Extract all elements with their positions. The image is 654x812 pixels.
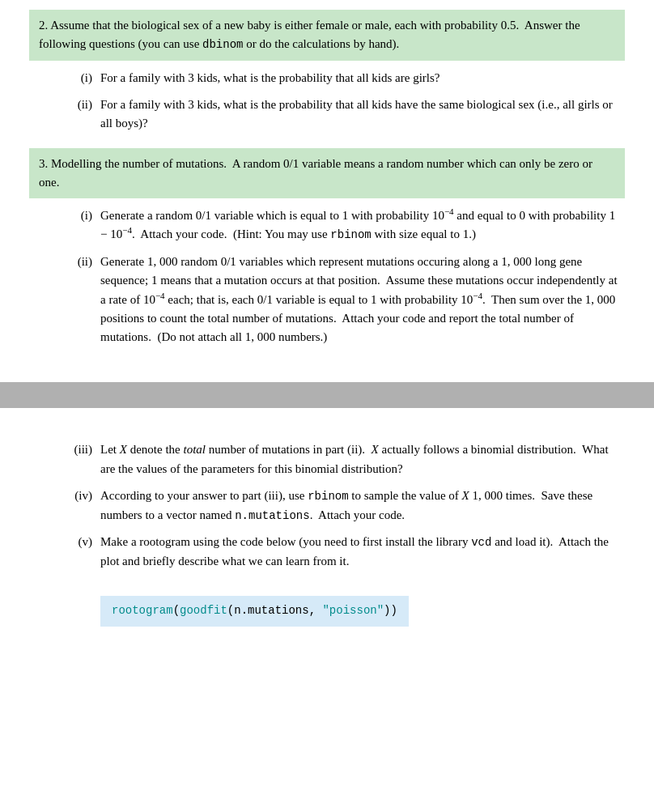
total-em: total [183, 443, 206, 456]
rootogram-code-block: rootogram(goodfit(n.mutations, "poisson"… [100, 596, 409, 627]
question-2-number: 2. [39, 19, 48, 32]
divider-bar [0, 382, 654, 408]
content-3iii: Let X denote the total number of mutatio… [100, 440, 625, 478]
rbinom-code-2: rbinom [308, 490, 348, 503]
bottom-section: (iii) Let X denote the total number of m… [0, 408, 654, 651]
content-2ii: For a family with 3 kids, what is the pr… [100, 96, 625, 134]
content-3iv: According to your answer to part (iii), … [100, 487, 625, 525]
question-3-number: 3. [39, 157, 48, 170]
sup-neg4-1: −4 [444, 206, 454, 216]
page-container: 2. Assume that the biological sex of a n… [0, 0, 654, 812]
question-3-header: 3. Modelling the number of mutations. A … [29, 148, 625, 199]
question-3v: (v) Make a rootogram using the code belo… [68, 533, 625, 627]
sup-neg4-3: −4 [155, 291, 165, 300]
label-3v: (v) [68, 533, 100, 627]
poisson-string: "poisson" [322, 604, 384, 617]
sup-neg4-2: −4 [122, 225, 132, 235]
vcd-code: vcd [471, 536, 491, 549]
content-3ii: Generate 1, 000 random 0/1 variables whi… [100, 253, 625, 346]
question-3ii: (ii) Generate 1, 000 random 0/1 variable… [68, 253, 625, 346]
question-2ii: (ii) For a family with 3 kids, what is t… [68, 96, 625, 134]
question-2-sub-questions: (i) For a family with 3 kids, what is th… [29, 69, 625, 134]
question-3-sub-questions: (i) Generate a random 0/1 variable which… [29, 206, 625, 346]
label-2ii: (ii) [68, 96, 100, 134]
x-variable-1: X [120, 443, 127, 456]
content-3v: Make a rootogram using the code below (y… [100, 533, 625, 627]
question-2-text: 2. Assume that the biological sex of a n… [39, 16, 615, 54]
top-section: 2. Assume that the biological sex of a n… [0, 0, 654, 374]
question-3-block: 3. Modelling the number of mutations. A … [29, 148, 625, 347]
question-2-block: 2. Assume that the biological sex of a n… [29, 10, 625, 134]
bottom-sub-questions: (iii) Let X denote the total number of m… [29, 440, 625, 627]
question-2-header: 2. Assume that the biological sex of a n… [29, 10, 625, 61]
content-2i: For a family with 3 kids, what is the pr… [100, 69, 625, 87]
rbinom-code-1: rbinom [330, 228, 371, 241]
n-mutations-code: n.mutations [235, 509, 309, 522]
question-3i: (i) Generate a random 0/1 variable which… [68, 206, 625, 244]
question-3iv: (iv) According to your answer to part (i… [68, 487, 625, 525]
label-3iv: (iv) [68, 487, 100, 525]
label-3ii: (ii) [68, 253, 100, 346]
label-2i: (i) [68, 69, 100, 87]
question-3-text: 3. Modelling the number of mutations. A … [39, 155, 615, 193]
question-2i: (i) For a family with 3 kids, what is th… [68, 69, 625, 87]
question-3iii: (iii) Let X denote the total number of m… [68, 440, 625, 478]
goodfit-fn: goodfit [180, 604, 227, 617]
x-variable-2: X [372, 443, 379, 456]
x-variable-3: X [462, 489, 469, 502]
dbinom-code: dbinom [202, 38, 243, 51]
sup-neg4-4: −4 [473, 291, 482, 300]
label-3iii: (iii) [68, 440, 100, 478]
content-3i: Generate a random 0/1 variable which is … [100, 206, 625, 244]
label-3i: (i) [68, 206, 100, 244]
rootogram-fn: rootogram [112, 604, 173, 617]
